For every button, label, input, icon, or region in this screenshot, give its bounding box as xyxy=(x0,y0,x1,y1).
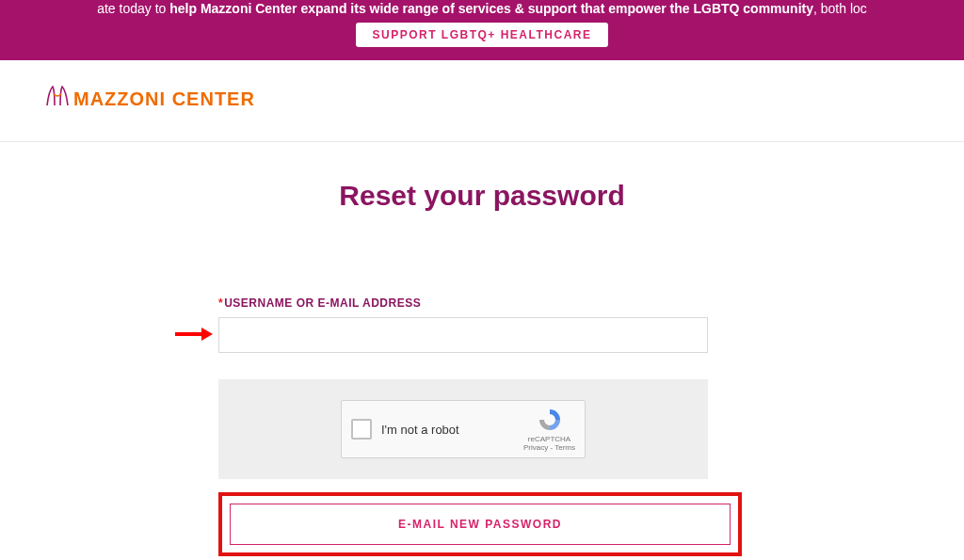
logo[interactable]: MAZZONI CENTER xyxy=(45,85,941,113)
svg-marker-1 xyxy=(201,328,213,341)
main-content: Reset your password *USERNAME OR E-MAIL … xyxy=(0,142,964,556)
recaptcha-links[interactable]: Privacy - Terms xyxy=(523,443,575,453)
recaptcha-brand-text: reCAPTCHA xyxy=(523,435,575,444)
captcha-container: I'm not a robot reCAPTCHA Privacy - Term… xyxy=(218,379,708,479)
reset-password-form: *USERNAME OR E-MAIL ADDRESS I'm not a ro… xyxy=(218,296,746,556)
support-healthcare-button[interactable]: SUPPORT LGBTQ+ HEALTHCARE xyxy=(356,23,609,47)
required-indicator: * xyxy=(218,296,223,310)
email-new-password-button[interactable]: E-MAIL NEW PASSWORD xyxy=(230,504,731,545)
banner-text-bold: help Mazzoni Center expand its wide rang… xyxy=(169,1,813,16)
recaptcha-icon xyxy=(537,407,563,433)
logo-text: MAZZONI CENTER xyxy=(73,88,255,110)
username-label-text: USERNAME OR E-MAIL ADDRESS xyxy=(224,296,421,310)
banner-text-prefix: ate today to xyxy=(97,1,169,16)
username-input[interactable] xyxy=(218,317,708,353)
banner-text: ate today to help Mazzoni Center expand … xyxy=(0,0,964,23)
recaptcha-branding: reCAPTCHA Privacy - Terms xyxy=(523,407,575,453)
submit-highlight-box: E-MAIL NEW PASSWORD xyxy=(218,492,742,556)
page-title: Reset your password xyxy=(0,180,964,212)
recaptcha-label: I'm not a robot xyxy=(381,423,523,437)
recaptcha-widget: I'm not a robot reCAPTCHA Privacy - Term… xyxy=(341,400,586,458)
recaptcha-checkbox[interactable] xyxy=(351,419,372,440)
site-header: MAZZONI CENTER xyxy=(0,60,964,142)
top-banner: ate today to help Mazzoni Center expand … xyxy=(0,0,964,60)
username-label: *USERNAME OR E-MAIL ADDRESS xyxy=(218,296,746,310)
logo-icon xyxy=(45,85,70,113)
banner-text-suffix: , both loc xyxy=(813,1,867,16)
pointer-arrow-icon xyxy=(175,325,213,344)
